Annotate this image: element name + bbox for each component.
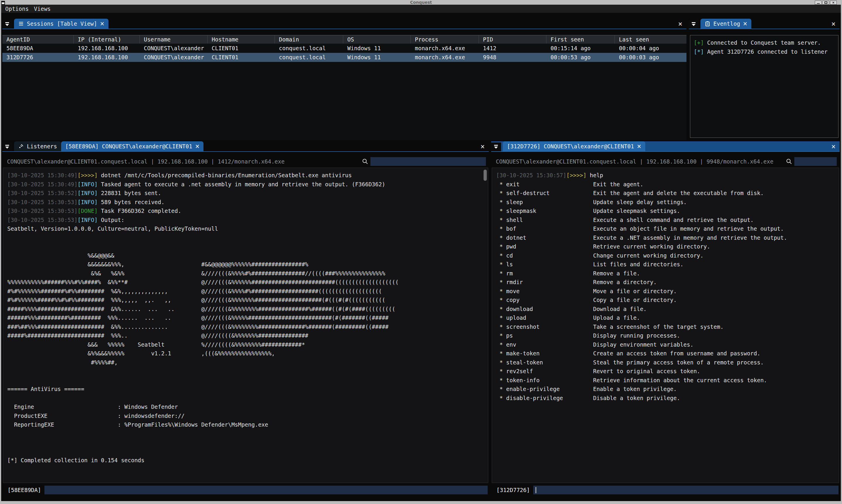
cell-pid: 1412 [479,44,546,53]
tab-eventlog[interactable]: Eventlog × [701,19,751,29]
window-icon [1,1,5,5]
maximize-button[interactable] [822,1,829,5]
console-line: * sleepmask Update sleepmask settings. [496,206,837,216]
column-header-agentid[interactable]: AgentID [2,35,74,43]
table-list-icon [18,21,24,26]
close-icon: × [832,1,835,4]
console-line: * pwd Retrieve current working directory… [496,242,837,251]
console-line: &&& %%%%% Seatbelt %////((((&%%%%%%%%###… [7,340,486,349]
console-line [7,242,486,251]
console-line [7,394,486,403]
cell-last-seen: 00:00:04 ago [615,44,686,53]
text-cursor [536,487,536,493]
cell-first-seen: 00:00:53 ago [546,53,615,62]
close-button[interactable]: × [830,1,837,5]
column-header-pid[interactable]: PID [479,35,546,43]
cell-hostname: CLIENT01 [208,53,275,62]
console-line: %&&@@@&& [7,251,486,260]
dock-area: Sessions [Table View] × × AgentIDIP (Int… [1,13,841,501]
tab-close-icon[interactable]: × [100,21,104,26]
sessions-table-header: AgentIDIP (Internal)UsernameHostnameDoma… [2,35,686,44]
console-line: &%%&&&%%%%% v1.2.1 ,(((&%%%%%%%%%%%%%%%%… [7,349,486,358]
search-input[interactable] [794,157,837,166]
collapse-panel-button[interactable] [2,20,12,29]
console-line: * exit Exit the agent. [496,180,837,189]
column-header-last-seen[interactable]: Last seen [615,35,686,43]
window-titlebar[interactable]: Conquest × [0,0,842,5]
console-line [7,233,486,242]
menu-item-options[interactable]: Options [5,5,29,12]
collapse-panel-button[interactable] [2,143,12,151]
session-meta-row: CONQUEST\alexander@CLIENT01.conquest.loc… [491,157,840,166]
console-line: * rm Remove a file. [496,269,837,278]
eventlog-panel-close-icon[interactable]: × [831,21,836,27]
collapse-panel-button[interactable] [491,143,501,151]
console-line: ######%%%#########%######### %%%...... .… [7,313,486,322]
console-line: * rev2self Revert to original access tok… [496,367,837,376]
collapse-icon [691,21,697,27]
console-line: Engine : Windows Defender [7,402,486,411]
cell-first-seen: 00:15:14 ago [546,44,615,53]
cell-last-seen: 00:00:03 ago [615,53,686,62]
cell-username: CONQUEST\alexander [140,53,208,62]
scrollbar-thumb[interactable] [484,170,487,181]
tab-close-icon[interactable]: × [637,143,641,149]
tab-agent-312D7726[interactable]: [312D7726] CONQUEST\alexander@CLIENT01 × [503,141,645,151]
console-line: [30-10-2025 15:30:53][DONE] Task F366D36… [7,206,486,216]
table-row-agent-312D7726[interactable]: 312D7726192.168.168.100CONQUEST\alexande… [2,53,686,62]
command-input-312D7726[interactable] [533,486,839,494]
console-line: &%& %&%% &////(((&%%%%#%################… [7,269,486,278]
console-line: * upload Upload a file. [496,313,837,322]
column-header-os[interactable]: OS [343,35,411,43]
console-line: #####%####################### %%%.. @///… [7,331,486,340]
tab-listeners[interactable]: Listeners [14,141,61,151]
console-panel-close-icon[interactable]: × [831,144,836,149]
minimize-button[interactable] [815,1,822,5]
menu-item-views[interactable]: Views [34,5,51,12]
console-line: [30-10-2025 15:30:52][INFO] 228831 bytes… [7,188,486,198]
console-output-312D7726: [30-10-2025 15:30:57][>>>>] help * exit … [492,168,839,483]
table-row-agent-58EE89DA[interactable]: 58EE89DA192.168.168.100CONQUEST\alexande… [2,44,686,53]
console-tabbar: Listeners [58EE89DA] CONQUEST\alexander@… [2,141,489,152]
sessions-panel: Sessions [Table View] × × AgentIDIP (Int… [2,19,686,140]
session-info: CONQUEST\alexander@CLIENT01.conquest.loc… [496,158,786,165]
console-line: * token-info Retrieve information about … [496,376,837,385]
cell-ip-internal: 192.168.168.100 [74,44,140,53]
column-header-domain[interactable]: Domain [275,35,343,43]
search-icon[interactable] [786,158,793,165]
console-line: * shell Execute a shell command and retr… [496,216,837,224]
collapse-icon [4,144,10,150]
prompt-label: [312D7726] [492,487,530,493]
console-line: Seatbelt, Version=1.0.0.0, Culture=neutr… [7,224,486,233]
column-header-process[interactable]: Process [411,35,479,43]
eventlog-panel: Eventlog × × [+] Connected to Conquest t… [689,19,840,140]
column-header-username[interactable]: Username [140,35,208,43]
eventlog-tabbar: Eventlog × × [689,19,840,29]
sessions-tabbar: Sessions [Table View] × × [2,19,686,29]
console-line: * env Display environment variables. [496,340,837,349]
console-line: * cd Change current working directory. [496,251,837,260]
column-header-first-seen[interactable]: First seen [546,35,615,43]
tab-sessions-table-view[interactable]: Sessions [Table View] × [14,19,108,29]
console-panel-close-icon[interactable]: × [481,144,485,149]
eventlog-output: [+] Connected to Conquest team server.[*… [690,35,839,138]
collapse-panel-button[interactable] [689,20,699,29]
console-line: [30-10-2025 15:30:53][INFO] Output: [7,216,486,224]
console-line: * bof Execute an object file in memory a… [496,224,837,233]
column-header-ip-internal[interactable]: IP (Internal) [74,35,140,43]
tab-label: Eventlog [714,20,740,27]
search-icon[interactable] [362,158,369,165]
tab-close-icon[interactable]: × [195,143,200,149]
sessions-panel-close-icon[interactable]: × [678,21,682,27]
search-input[interactable] [371,157,486,166]
session-info: CONQUEST\alexander@CLIENT01.conquest.loc… [7,158,362,165]
tab-agent-58EE89DA[interactable]: [58EE89DA] CONQUEST\alexander@CLIENT01 × [61,141,204,151]
cell-os: Windows 11 [343,53,411,62]
command-input-58EE89DA[interactable] [45,486,488,494]
cell-domain: conquest.local [275,44,343,53]
column-header-hostname[interactable]: Hostname [208,35,275,43]
console-output-58EE89DA: [30-10-2025 15:30:49][>>>>] dotnet /mnt/… [3,168,488,483]
command-prompt-row: [312D7726] [492,485,839,494]
cell-domain: conquest.local [275,53,343,62]
tab-close-icon[interactable]: × [743,21,747,26]
